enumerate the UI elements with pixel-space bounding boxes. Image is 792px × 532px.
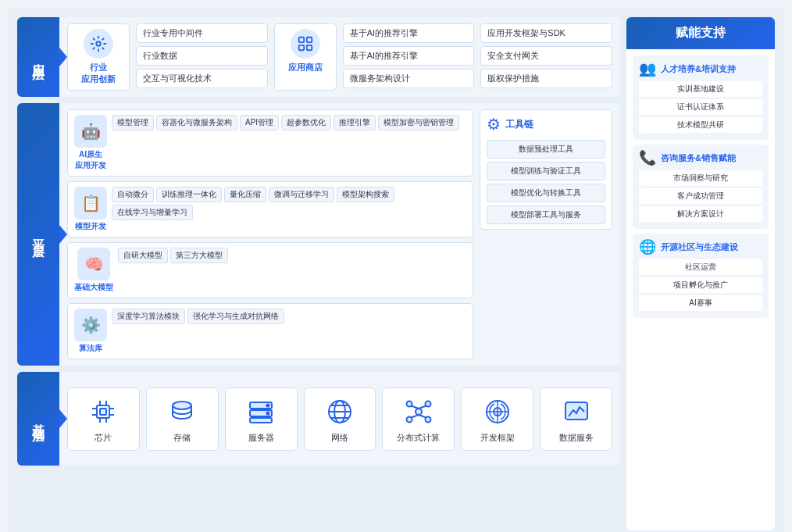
atag-2: 强化学习与生成对抗网络 [187, 309, 284, 324]
storage-label: 存储 [173, 432, 191, 444]
foundation-storage: 存储 [146, 387, 219, 451]
mptag-4: 微调与迁移学习 [269, 187, 334, 202]
opensource-header: 🌐 开源社区与生态建设 [639, 238, 762, 255]
toolchain-item-3: 模型优化与转换工具 [487, 184, 605, 202]
talent-item-3: 技术模型共研 [639, 117, 762, 133]
foundation-layer-text: 基础层 [30, 414, 47, 423]
opensource-title: 开源社区与生态建设 [661, 241, 738, 253]
toolchain-item-2: 模型训练与验证工具 [487, 162, 605, 180]
appstore-label: 应用商店 [288, 62, 323, 73]
toolchain-item-4: 模型部署工具与服务 [487, 205, 605, 224]
mptag-3: 量化压缩 [224, 187, 266, 202]
ptag-2: 容器化与微服务架构 [156, 115, 237, 130]
foundation-layer-content: 芯片 存储 [59, 372, 620, 466]
atag-1: 深度学习算法模块 [112, 309, 185, 324]
mptag-2: 训练推理一体化 [156, 187, 222, 202]
base-model-tags: 自研大模型 第三方大模型 [118, 248, 466, 263]
ptag-3: API管理 [240, 115, 279, 130]
opensource-icon: 🌐 [639, 238, 656, 255]
dataservice-icon [559, 395, 594, 429]
svg-rect-4 [307, 45, 312, 50]
ai-tag-r2: 安全支付网关 [480, 46, 612, 66]
algo-label: 算法库 [79, 343, 102, 354]
svg-line-33 [411, 415, 419, 418]
app-layer-text: 应用层 [30, 52, 47, 62]
svg-point-20 [267, 412, 269, 414]
toolchain-header: ⚙ 工具链 [487, 115, 605, 134]
svg-line-34 [419, 415, 426, 418]
mptag-6: 在线学习与增量学习 [112, 205, 193, 220]
svg-rect-3 [298, 45, 303, 50]
industry-card: 行业应用创新 [67, 23, 130, 91]
industry-tags: 行业专用中间件 行业数据 交互与可视化技术 [136, 23, 268, 91]
talent-section: 👥 人才培养&培训支持 实训基地建设 证书认证体系 技术模型共研 [633, 55, 769, 140]
opensource-item-3: AI赛事 [639, 295, 762, 311]
ai-native-tags: 模型管理 容器化与微服务架构 API管理 超参数优化 推理引擎 模型加密与密钥管… [112, 115, 466, 130]
platform-layer-text: 平台层 [30, 230, 47, 239]
ai-tag-r1: 应用开发框架与SDK [480, 23, 612, 43]
ai-tag-2: 基于AI的推荐引擎 [343, 46, 475, 66]
foundation-server: 服务器 [225, 387, 298, 451]
capability-content: 👥 人才培养&培训支持 实训基地建设 证书认证体系 技术模型共研 📞 咨询服务&… [626, 49, 775, 324]
algo-tags: 深度学习算法模块 强化学习与生成对抗网络 [112, 309, 466, 324]
svg-rect-1 [298, 37, 303, 42]
industry-icon [84, 29, 113, 59]
talent-item-2: 证书认证体系 [639, 99, 762, 115]
toolchain-panel: ⚙ 工具链 数据预处理工具 模型训练与验证工具 模型优化与转换工具 模型部署工具… [480, 109, 612, 359]
toolchain-item-1: 数据预处理工具 [487, 140, 605, 159]
industry-tag-3: 交互与可视化技术 [136, 69, 268, 88]
foundation-layer: 基础层 芯片 [17, 372, 620, 466]
dataservice-label: 数据服务 [559, 432, 594, 444]
ai-native-section: 🤖 AI原生应用开发 模型管理 容器化与微服务架构 API管理 超参数优化 推理… [67, 109, 473, 177]
svg-rect-2 [307, 37, 312, 42]
svg-point-28 [425, 401, 430, 406]
ai-features-left: 基于AI的推荐引擎 基于AI的推荐引擎 微服务架构设计 [343, 23, 475, 91]
svg-point-27 [406, 401, 412, 406]
base-model-icon: 🧠 [77, 248, 110, 280]
foundation-layer-arrow [59, 409, 67, 428]
toolchain-title: 工具链 [505, 118, 533, 131]
svg-line-31 [411, 405, 419, 409]
ai-tag-r3: 版权保护措施 [480, 69, 612, 88]
base-model-label: 基础大模型 [74, 282, 113, 293]
appstore-card: 应用商店 [274, 23, 337, 91]
industry-tag-1: 行业专用中间件 [136, 23, 268, 43]
bmtag-1: 自研大模型 [118, 248, 168, 263]
ai-native-icon: 🤖 [74, 115, 107, 148]
consult-item-3: 解决方案设计 [639, 206, 762, 222]
consult-item-2: 客户成功管理 [639, 188, 762, 204]
app-layer-arrow [59, 48, 67, 66]
capability-header: 赋能支持 [626, 17, 775, 49]
opensource-item-1: 社区运营 [639, 259, 762, 275]
bmtag-2: 第三方大模型 [170, 248, 228, 263]
platform-layer-label: 平台层 [17, 103, 59, 366]
opensource-item-2: 项目孵化与推广 [639, 277, 762, 293]
toolchain-icon: ⚙ [487, 115, 501, 134]
app-layer-label: 应用层 [17, 17, 59, 97]
chip-label: 芯片 [95, 432, 112, 444]
model-dev-section: 📋 模型开发 自动微分 训练推理一体化 量化压缩 微调与迁移学习 模型架构搜索 … [67, 181, 473, 237]
ptag-4: 超参数优化 [281, 115, 331, 130]
foundation-distributed: 分布式计算 [382, 387, 455, 451]
svg-point-29 [406, 416, 412, 422]
ptag-5: 推理引擎 [334, 115, 376, 130]
capability-title: 赋能支持 [676, 26, 726, 39]
devframe-label: 开发框架 [480, 432, 515, 444]
appstore-icon [291, 29, 320, 59]
devframe-icon [480, 395, 515, 429]
algo-icon: ⚙️ [74, 309, 107, 341]
toolchain-card: ⚙ 工具链 数据预处理工具 模型训练与验证工具 模型优化与转换工具 模型部署工具… [480, 109, 612, 230]
ai-features-right: 应用开发框架与SDK 安全支付网关 版权保护措施 [480, 23, 612, 91]
industry-label: 行业应用创新 [81, 62, 116, 85]
platform-layer-content: 🤖 AI原生应用开发 模型管理 容器化与微服务架构 API管理 超参数优化 推理… [59, 103, 620, 366]
svg-line-32 [419, 405, 426, 409]
mptag-1: 自动微分 [112, 187, 154, 202]
talent-header: 👥 人才培养&培训支持 [639, 60, 762, 77]
consult-title: 咨询服务&销售赋能 [661, 152, 736, 164]
server-icon [244, 395, 278, 429]
consult-item-1: 市场洞察与研究 [639, 170, 762, 186]
algo-section: ⚙️ 算法库 深度学习算法模块 强化学习与生成对抗网络 [67, 303, 473, 359]
talent-item-1: 实训基地建设 [639, 81, 762, 97]
capability-panel: 赋能支持 👥 人才培养&培训支持 实训基地建设 证书认证体系 技术模型共研 📞 … [626, 17, 775, 530]
talent-icon: 👥 [639, 60, 656, 77]
